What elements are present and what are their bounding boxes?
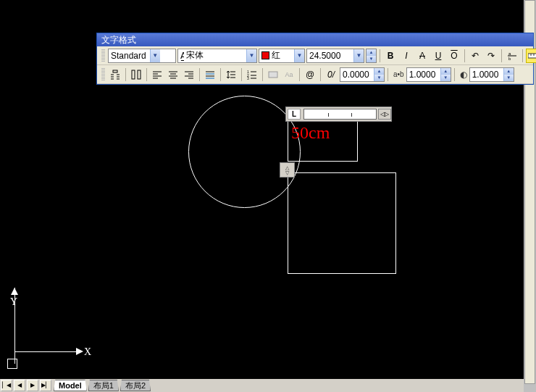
undo-button[interactable]: ↶: [468, 49, 482, 63]
size-spinner[interactable]: ▲▼: [366, 49, 377, 63]
drawn-circle[interactable]: [188, 96, 301, 208]
text-size-dropdown[interactable]: 24.5000 ▼: [306, 49, 364, 63]
text-annotation[interactable]: 50cm: [291, 123, 330, 143]
bold-button[interactable]: B: [383, 49, 398, 63]
ruler-track[interactable]: [303, 109, 377, 120]
align-right-button[interactable]: [182, 67, 196, 82]
columns-button[interactable]: [129, 67, 143, 82]
tab-layout1[interactable]: 布局1: [88, 380, 119, 391]
ucs-y-label: Y: [10, 296, 17, 308]
svg-rect-7: [113, 70, 117, 72]
text-format-toolbar: 文字格式 Standard ▼ A̲ 宋体 ▼ 红 ▼ 24.5000 ▼ ▲▼…: [96, 33, 534, 85]
svg-rect-15: [138, 70, 141, 79]
underline-button[interactable]: U: [431, 49, 445, 63]
ucs-x-arrow: [76, 348, 83, 355]
font-value: 宋体: [184, 49, 246, 62]
color-dropdown[interactable]: 红 ▼: [259, 49, 305, 63]
tab-model[interactable]: Model: [54, 380, 87, 391]
font-dropdown[interactable]: A̲ 宋体 ▼: [177, 49, 257, 63]
uppercase-button[interactable]: Aa: [282, 67, 296, 82]
ruler-down: ▽: [285, 170, 289, 175]
text-style-dropdown[interactable]: Standard ▼: [108, 49, 176, 63]
text-size-value: 24.5000: [307, 51, 353, 61]
svg-text:b: b: [508, 57, 511, 61]
align-left-button[interactable]: [150, 67, 164, 82]
strike-button[interactable]: A: [415, 49, 430, 63]
ruler-width-arrows[interactable]: ◁▷: [378, 109, 391, 120]
ucs-y-arrow: [11, 288, 18, 295]
svg-text:a: a: [508, 51, 511, 56]
text-ruler-vertical[interactable]: △ ▽: [280, 162, 295, 178]
width-factor-label: a•b: [393, 70, 404, 78]
tracking-value[interactable]: [470, 68, 503, 81]
ruler-up: △: [285, 165, 289, 170]
tab-nav-next[interactable]: ▶: [27, 380, 38, 391]
text-ruler-horizontal[interactable]: L ◁▷: [285, 107, 392, 122]
tracking-icon: ◐: [460, 70, 467, 80]
svg-rect-41: [269, 72, 277, 78]
color-value: 红: [272, 49, 294, 62]
layout-tabs: ▏◀ ◀ ▶ ▶▏ Model 布局1 布局2: [0, 379, 524, 392]
justify-button[interactable]: [203, 67, 217, 82]
dropdown-arrow-icon: ▼: [294, 49, 304, 62]
width-value[interactable]: [407, 68, 440, 81]
svg-text:3: 3: [247, 76, 249, 80]
overline-button[interactable]: O: [447, 49, 461, 63]
toolbar-grip[interactable]: [101, 68, 105, 81]
width-spinner[interactable]: ▲▼: [406, 67, 451, 82]
ucs-x-label: X: [84, 346, 91, 358]
dropdown-arrow-icon: ▼: [246, 49, 256, 62]
ruler-toggle-button[interactable]: [526, 49, 536, 63]
align-center-button[interactable]: [166, 67, 180, 82]
ruler-align-button[interactable]: L: [288, 109, 301, 120]
tracking-spinner[interactable]: ▲▼: [469, 67, 514, 82]
tab-layout2[interactable]: 布局2: [120, 380, 151, 391]
redo-button[interactable]: ↷: [484, 49, 498, 63]
tab-nav-last[interactable]: ▶▏: [40, 380, 51, 391]
options-button[interactable]: [108, 67, 122, 82]
tab-nav-first[interactable]: ▏◀: [1, 380, 12, 391]
numbering-button[interactable]: 123: [245, 67, 259, 82]
drawn-rectangle-large[interactable]: [288, 172, 396, 274]
svg-rect-3: [528, 54, 536, 58]
insert-field-button[interactable]: [266, 67, 280, 82]
ucs-origin: [7, 359, 17, 369]
oblique-spinner[interactable]: ▲▼: [340, 67, 385, 82]
dropdown-arrow-icon: ▼: [150, 49, 160, 62]
text-style-value: Standard: [109, 51, 150, 61]
italic-button[interactable]: I: [399, 49, 414, 63]
oblique-value[interactable]: [340, 68, 374, 81]
symbol-button[interactable]: @: [303, 67, 317, 82]
ucs-x-axis: [14, 351, 78, 352]
tab-nav-prev[interactable]: ◀: [14, 380, 25, 391]
toolbar-grip[interactable]: [101, 49, 105, 62]
line-spacing-button[interactable]: [224, 67, 238, 82]
stack-button[interactable]: ab: [505, 49, 519, 63]
color-swatch-icon: [261, 51, 269, 59]
toolbar-title[interactable]: 文字格式: [97, 33, 533, 46]
dropdown-arrow-icon: ▼: [353, 49, 364, 62]
svg-rect-14: [132, 70, 135, 79]
oblique-button[interactable]: 0/: [324, 67, 338, 82]
